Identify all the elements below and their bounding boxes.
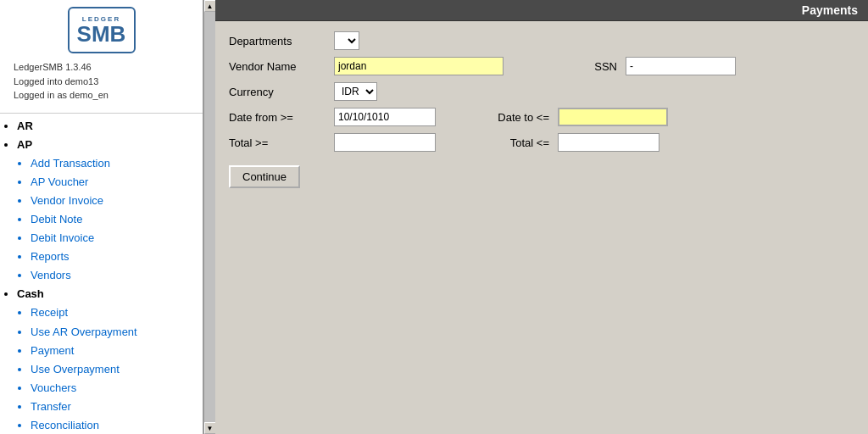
- currency-label: Currency: [229, 86, 331, 98]
- sidebar-item-reports-ap[interactable]: Reports: [31, 248, 196, 266]
- main-content: Payments Departments Vendor Name SSN: [215, 0, 868, 434]
- nav-list: AR AP Add Transaction AP Voucher Vendor …: [0, 114, 203, 435]
- continue-row: Continue: [229, 159, 854, 188]
- user-line2: Logged into demo13: [14, 75, 189, 89]
- logo-box: LEDGER SMB: [68, 7, 136, 53]
- total-lte-input[interactable]: [558, 133, 659, 152]
- sidebar-item-vendors[interactable]: Vendors: [31, 266, 196, 285]
- content-area: Departments Vendor Name SSN Currency: [215, 21, 868, 434]
- ssn-input[interactable]: [626, 57, 736, 75]
- sidebar-item-ap[interactable]: AP: [17, 136, 196, 154]
- sidebar-item-ap-voucher[interactable]: AP Voucher: [31, 173, 196, 192]
- currency-select[interactable]: IDR: [334, 82, 377, 101]
- vendor-name-label: Vendor Name: [229, 60, 331, 73]
- date-to-input[interactable]: [558, 108, 668, 126]
- date-from-label: Date from >=: [229, 111, 331, 124]
- page-title: Payments: [215, 0, 868, 21]
- scroll-up-btn[interactable]: ▲: [204, 0, 216, 12]
- user-info: LedgerSMB 1.3.46 Logged into demo13 Logg…: [7, 57, 196, 106]
- currency-row: Currency IDR: [229, 82, 854, 101]
- sidebar-item-receipt[interactable]: Receipt: [31, 303, 196, 322]
- departments-select[interactable]: [334, 31, 359, 50]
- total-row: Total >= Total <=: [229, 133, 854, 152]
- sidebar-item-cash[interactable]: Cash: [17, 285, 196, 303]
- user-line3: Logged in as demo_en: [14, 88, 189, 103]
- logo-area: LEDGER SMB LedgerSMB 1.3.46 Logged into …: [0, 0, 203, 114]
- total-lte-field: Total <=: [470, 133, 659, 152]
- sidebar-item-payment[interactable]: Payment: [31, 342, 196, 360]
- sidebar-item-add-transaction[interactable]: Add Transaction: [31, 154, 196, 173]
- sidebar-item-debit-invoice[interactable]: Debit Invoice: [31, 229, 196, 248]
- total-gte-label: Total >=: [229, 136, 331, 149]
- sidebar: LEDGER SMB LedgerSMB 1.3.46 Logged into …: [0, 0, 203, 434]
- total-gte-input[interactable]: [334, 133, 436, 152]
- ssn-field: SSN: [537, 57, 736, 75]
- sidebar-item-use-overpayment[interactable]: Use Overpayment: [31, 360, 196, 379]
- sidebar-item-debit-note[interactable]: Debit Note: [31, 210, 196, 229]
- sidebar-item-use-ar-overpayment[interactable]: Use AR Overpayment: [31, 323, 196, 342]
- vendor-name-field: Vendor Name: [229, 57, 504, 75]
- sidebar-scrollbar[interactable]: ▲ ▼: [203, 0, 215, 434]
- date-row: Date from >= Date to <=: [229, 108, 854, 126]
- sidebar-item-ar[interactable]: AR: [17, 117, 196, 136]
- sidebar-item-vendor-invoice[interactable]: Vendor Invoice: [31, 192, 196, 210]
- scroll-track[interactable]: [204, 12, 216, 422]
- date-from-field: Date from >=: [229, 108, 436, 126]
- vendor-name-input[interactable]: [334, 57, 504, 75]
- total-lte-label: Total <=: [470, 136, 554, 149]
- scroll-down-btn[interactable]: ▼: [204, 422, 216, 434]
- departments-field: Departments: [229, 31, 359, 50]
- sidebar-item-reconciliation[interactable]: Reconciliation: [31, 416, 196, 434]
- vendor-ssn-row: Vendor Name SSN: [229, 57, 854, 75]
- sidebar-item-transfer[interactable]: Transfer: [31, 398, 196, 416]
- total-gte-field: Total >=: [229, 133, 436, 152]
- date-to-label: Date to <=: [470, 111, 554, 124]
- date-from-input[interactable]: [334, 108, 436, 126]
- sidebar-item-vouchers[interactable]: Vouchers: [31, 379, 196, 398]
- departments-row: Departments: [229, 31, 854, 50]
- user-line1: LedgerSMB 1.3.46: [14, 60, 189, 75]
- ssn-label: SSN: [537, 60, 622, 73]
- currency-field: Currency IDR: [229, 82, 377, 101]
- logo-smb: SMB: [77, 23, 126, 45]
- continue-button[interactable]: Continue: [229, 165, 300, 188]
- departments-label: Departments: [229, 35, 331, 47]
- date-to-field: Date to <=: [470, 108, 668, 126]
